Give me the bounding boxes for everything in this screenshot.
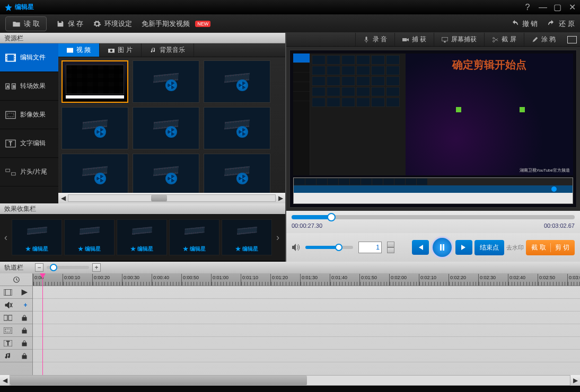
environment-settings-button[interactable]: 环境设定 xyxy=(93,19,132,29)
speed-input[interactable] xyxy=(358,242,382,253)
star-icon xyxy=(4,3,13,12)
pencil-icon xyxy=(532,37,538,43)
category-video-fx[interactable]: 影像效果 xyxy=(0,101,58,129)
svg-point-7 xyxy=(14,59,15,60)
timeline-scrollbar[interactable]: ◀ ▶ xyxy=(0,375,580,386)
fx-thumbnail-5[interactable]: ★ 编辑星 xyxy=(222,219,272,255)
watermark-remove-label[interactable]: 去水印 xyxy=(506,244,524,252)
close-button[interactable]: ✕ xyxy=(568,4,576,11)
clip-thumbnail-9[interactable] xyxy=(204,154,270,193)
audio-lane[interactable] xyxy=(33,299,580,311)
redo-button[interactable]: 还 原 xyxy=(547,19,575,29)
video-track-head[interactable] xyxy=(0,286,32,299)
fx-prev-icon[interactable]: ‹ xyxy=(2,232,10,243)
text-lane[interactable] xyxy=(33,337,580,350)
svg-text:A: A xyxy=(7,84,10,88)
svg-point-26 xyxy=(493,40,495,42)
track-canvas[interactable]: 0:000:00:100:00:200:00:300:00:400:00:500… xyxy=(33,273,580,375)
category-edit-file[interactable]: 编辑文件 xyxy=(0,43,58,72)
tab-label: 图 片 xyxy=(118,46,132,55)
zoom-slider[interactable] xyxy=(47,266,89,269)
lock-icon xyxy=(20,340,29,346)
end-point-button[interactable]: 结束点 xyxy=(474,240,504,255)
resource-tabs: 视 频 图 片 背景音乐 xyxy=(58,43,285,57)
zoom-in-button[interactable]: + xyxy=(92,263,101,272)
scroll-left-icon[interactable]: ◀ xyxy=(0,375,10,386)
music-track-head[interactable] xyxy=(0,350,32,362)
tab-image[interactable]: 图 片 xyxy=(100,43,141,57)
fullscreen-toggle[interactable] xyxy=(567,36,577,43)
save-button[interactable]: 保 存 xyxy=(56,19,84,29)
thumbnail-scrollbar[interactable]: ◀ ▶ xyxy=(58,193,285,203)
time-ruler[interactable]: 0:000:00:100:00:200:00:300:00:400:00:500… xyxy=(33,273,580,286)
tab-bgm[interactable]: 背景音乐 xyxy=(142,43,194,57)
next-button[interactable] xyxy=(455,240,472,255)
clip-thumbnail-7[interactable] xyxy=(61,154,128,193)
clip-thumbnail-2[interactable] xyxy=(133,60,199,103)
fx-icon xyxy=(4,327,12,334)
fx-lane[interactable] xyxy=(33,324,580,337)
zoom-out-button[interactable]: − xyxy=(35,263,43,272)
minimize-button[interactable]: — xyxy=(539,4,546,11)
scroll-right-icon[interactable]: ▶ xyxy=(276,194,285,202)
speed-spinner[interactable]: ▲▼ xyxy=(387,242,394,253)
read-button[interactable]: 读 取 xyxy=(5,16,47,31)
fx-thumbnail-3[interactable]: ★ 编辑星 xyxy=(117,219,167,255)
undo-button[interactable]: 撤 销 xyxy=(511,19,538,29)
category-text-edit[interactable]: T 文字编辑 xyxy=(0,129,58,158)
fx-thumbnail-1[interactable]: ★ 编辑星 xyxy=(12,219,62,255)
clip-thumbnail-6[interactable] xyxy=(204,107,270,149)
audio-track-head[interactable]: + xyxy=(0,299,32,311)
music-icon xyxy=(150,47,156,54)
cut-buttons[interactable]: 截 取 剪 切 xyxy=(526,240,575,255)
svg-rect-33 xyxy=(8,315,12,320)
play-pause-button[interactable] xyxy=(431,236,453,259)
clip-thumbnail-8[interactable] xyxy=(133,154,199,193)
scrubber-track[interactable] xyxy=(292,215,575,219)
volume-slider[interactable] xyxy=(305,246,353,249)
tab-screenshot[interactable]: 截 屏 xyxy=(484,33,523,46)
fx-thumbnail-4[interactable]: ★ 编辑星 xyxy=(169,219,219,255)
svg-text:T: T xyxy=(9,141,12,147)
video-lane[interactable] xyxy=(33,286,580,299)
text-track-head[interactable]: T xyxy=(0,337,32,350)
category-label: 片头/片尾 xyxy=(20,167,47,176)
category-head-tail[interactable]: 片头/片尾 xyxy=(0,158,58,186)
scroll-right-icon[interactable]: ▶ xyxy=(570,375,580,386)
fx-next-icon[interactable]: › xyxy=(274,232,282,243)
tab-video[interactable]: 视 频 xyxy=(58,43,100,57)
svg-point-5 xyxy=(14,55,15,56)
tab-screen-capture[interactable]: 屏幕捕获 xyxy=(434,33,484,46)
playhead[interactable] xyxy=(42,273,43,375)
capture-label: 截 取 xyxy=(531,243,546,252)
volume-icon[interactable] xyxy=(292,244,300,251)
transition-lane[interactable] xyxy=(33,311,580,324)
preview-frame[interactable]: 确定剪辑开始点 湖南卫视YouTube官方频道 xyxy=(289,50,577,208)
category-transition[interactable]: AB 转场效果 xyxy=(0,72,58,101)
app-title: 编辑星 xyxy=(15,3,34,12)
tab-record[interactable]: 录 音 xyxy=(355,33,394,46)
free-tutorial-button[interactable]: 免新手期发视频 NEW xyxy=(142,19,210,29)
track-panel-label: 轨道栏 xyxy=(4,263,23,272)
fx-track-head[interactable] xyxy=(0,324,32,337)
read-label: 读 取 xyxy=(24,19,40,29)
tab-capture[interactable]: 捕 获 xyxy=(394,33,434,46)
help-button[interactable]: ? xyxy=(524,4,531,11)
fx-thumbnail-2[interactable]: ★ 编辑星 xyxy=(64,219,115,255)
svg-rect-23 xyxy=(442,37,448,41)
scroll-left-icon[interactable]: ◀ xyxy=(58,194,68,202)
clip-thumbnail-4[interactable] xyxy=(61,107,128,149)
new-badge: NEW xyxy=(195,21,210,27)
clip-thumbnail-5[interactable] xyxy=(133,107,199,149)
titlebar: 编辑星 ? — ▢ ✕ xyxy=(0,0,580,15)
svg-rect-37 xyxy=(22,330,27,333)
maximize-button[interactable]: ▢ xyxy=(553,4,561,11)
ab-track-head[interactable] xyxy=(0,311,32,324)
music-lane[interactable] xyxy=(33,350,580,362)
clip-thumbnail-1[interactable] xyxy=(61,60,128,103)
clip-thumbnail-3[interactable] xyxy=(204,60,270,103)
save-icon xyxy=(56,20,65,28)
prev-button[interactable] xyxy=(412,240,429,255)
scrubber-handle[interactable] xyxy=(327,213,336,221)
tab-doodle[interactable]: 涂 鸦 xyxy=(524,33,563,46)
